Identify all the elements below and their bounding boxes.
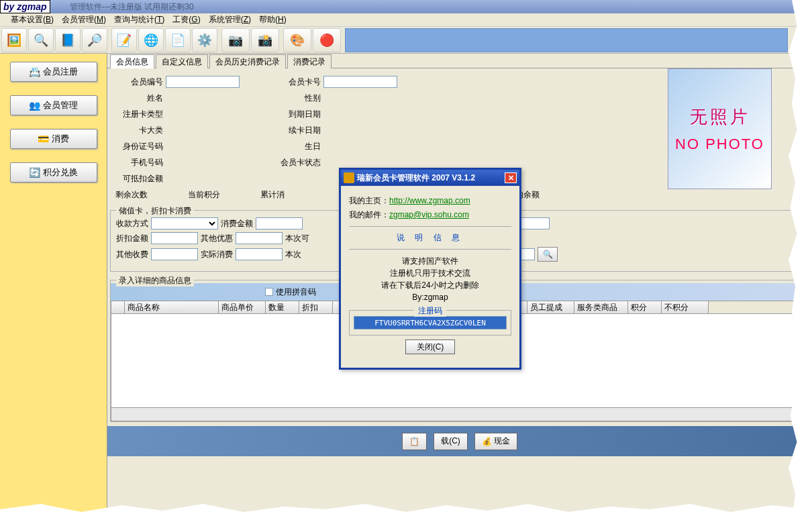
bbtn-load[interactable]: 载(C) <box>434 433 468 450</box>
menu-system[interactable]: 系统管理(Z) <box>209 14 251 25</box>
lbl-this: 本次 <box>285 249 301 260</box>
toolbar: 🖼️ 🔍 📘 🔎 📝 🌐 📄 ⚙️ 📷 📸 🎨 🔴 <box>0 27 812 54</box>
tool-1[interactable]: 🖼️ <box>1 28 27 52</box>
watermark-badge: by zgmap <box>0 0 50 13</box>
regcode-group: 注册码 <box>349 310 511 335</box>
lbl-remain: 剩余次数 <box>115 189 148 201</box>
sidebar-consume[interactable]: 💳消费 <box>10 129 97 149</box>
lbl-gender: 性别 <box>273 93 323 104</box>
info-header: 说 明 信 息 <box>349 232 511 244</box>
th-rowhead <box>111 301 125 313</box>
inp-other[interactable] <box>236 232 283 244</box>
tool-8[interactable]: ⚙️ <box>192 28 217 52</box>
sidebar-item-label: 会员注册 <box>43 66 78 78</box>
bottom-bar: 📋 载(C) 💰现金 <box>107 426 812 456</box>
bbtn-cash[interactable]: 💰现金 <box>474 433 517 450</box>
btn-search[interactable]: 🔍 <box>538 247 558 262</box>
menu-salary[interactable]: 工资(G) <box>172 14 200 25</box>
lbl-expire: 到期日期 <box>273 109 323 120</box>
lbl-homepage: 我的主页： <box>349 196 389 205</box>
dialog-close-x[interactable]: ✕ <box>505 172 517 183</box>
tab-consume-log[interactable]: 消费记录 <box>287 54 332 68</box>
chk-pinyin[interactable] <box>265 288 273 296</box>
users-icon: 👥 <box>29 100 40 111</box>
th-disc[interactable]: 折扣 <box>299 301 333 313</box>
lbl-cardstatus: 会员卡状态 <box>273 157 323 168</box>
divider <box>349 249 511 250</box>
tool-4[interactable]: 🔎 <box>82 28 107 52</box>
lbl-otherfee: 其他收费 <box>116 249 148 260</box>
menu-member[interactable]: 会员管理(M) <box>62 14 106 25</box>
sidebar: 📇会员注册 👥会员管理 💳消费 🔄积分兑换 <box>0 54 107 520</box>
th-nopoints[interactable]: 不积分 <box>662 301 709 313</box>
sidebar-item-label: 消费 <box>52 133 69 145</box>
lbl-member-no: 会员编号 <box>115 76 166 88</box>
th-points[interactable]: 积分 <box>628 301 662 313</box>
dialog-title: 瑞新会员卡管理软件 2007 V3.1.2 <box>357 172 475 184</box>
card-icon: 📇 <box>29 66 40 77</box>
lbl-paymethod: 收款方式 <box>116 218 148 229</box>
tool-12[interactable]: 🔴 <box>313 28 341 52</box>
tool-7[interactable]: 📄 <box>165 28 191 52</box>
lbl-discount: 折扣金额 <box>116 233 148 244</box>
msg-line3: 请在下载后24小时之内删除 <box>349 279 511 291</box>
th-qty[interactable]: 数量 <box>266 301 299 313</box>
toolbar-spacer <box>345 28 788 52</box>
regcode-input[interactable] <box>354 316 507 329</box>
lbl-email: 我的邮件： <box>349 210 389 219</box>
tab-custom-info[interactable]: 自定义信息 <box>156 54 208 68</box>
th-service[interactable]: 服务类商品 <box>574 301 628 313</box>
msg-line4: By:zgmap <box>349 291 511 303</box>
divider <box>349 226 511 227</box>
link-email[interactable]: zgmap@vip.sohu.com <box>389 210 469 219</box>
tool-9[interactable]: 📷 <box>221 28 250 52</box>
th-commission[interactable]: 员工提成 <box>527 301 574 313</box>
tool-6[interactable]: 🌐 <box>138 28 164 52</box>
inp-otherfee[interactable] <box>151 248 198 260</box>
exchange-icon: 🔄 <box>29 167 40 178</box>
window-titlebar: 管理软件---未注册版 试用期还剩30 <box>0 0 812 13</box>
tabs: 会员信息 自定义信息 会员历史消费记录 消费记录 <box>107 54 812 68</box>
tool-5[interactable]: 📝 <box>111 28 137 52</box>
inp-discount[interactable] <box>151 232 198 244</box>
lbl-amount: 消费金额 <box>221 218 253 229</box>
tool-3[interactable]: 📘 <box>55 28 81 52</box>
table-footer <box>111 408 809 421</box>
sidebar-register[interactable]: 📇会员注册 <box>10 62 97 82</box>
lbl-phone: 手机号码 <box>115 157 166 168</box>
menu-basic[interactable]: 基本设置(B) <box>11 14 54 25</box>
msg-line2: 注册机只用于技术交流 <box>349 267 511 279</box>
dialog-icon <box>344 172 354 183</box>
dialog-close-button[interactable]: 关闭(C) <box>405 340 455 354</box>
regcode-legend: 注册码 <box>414 305 446 317</box>
inp-member-no[interactable] <box>166 76 240 88</box>
tool-10[interactable]: 📸 <box>251 28 279 52</box>
no-photo-cn: 无照片 <box>690 105 750 129</box>
dialog-titlebar[interactable]: 瑞新会员卡管理软件 2007 V3.1.2 ✕ <box>341 170 519 186</box>
inp-cardno[interactable] <box>323 76 397 88</box>
sel-paymethod[interactable] <box>151 217 218 229</box>
inp-actual[interactable] <box>236 248 283 260</box>
sidebar-manage[interactable]: 👥会员管理 <box>10 95 97 115</box>
group-consume-legend: 储值卡，折扣卡消费 <box>116 205 194 217</box>
link-homepage[interactable]: http://www.zgmap.com <box>389 196 470 205</box>
msg-line1: 请支持国产软件 <box>349 255 511 267</box>
menu-help[interactable]: 帮助(H) <box>259 14 287 25</box>
tool-2[interactable]: 🔍 <box>28 28 54 52</box>
title-text: 管理软件---未注册版 试用期还剩30 <box>70 1 194 13</box>
lbl-cardtype: 注册卡类型 <box>115 109 166 120</box>
sidebar-points[interactable]: 🔄积分兑换 <box>10 162 97 183</box>
menu-query[interactable]: 查询与统计(T) <box>114 14 164 25</box>
menu-bar: 基本设置(B) 会员管理(M) 查询与统计(T) 工资(G) 系统管理(Z) 帮… <box>0 13 812 27</box>
tab-member-info[interactable]: 会员信息 <box>110 54 154 68</box>
inp-amount1[interactable] <box>256 217 303 229</box>
tool-11[interactable]: 🎨 <box>283 28 311 52</box>
group-detail-legend: 录入详细的商品信息 <box>116 275 194 287</box>
th-price[interactable]: 商品单价 <box>219 301 266 313</box>
th-name[interactable]: 商品名称 <box>125 301 219 313</box>
bbtn-1[interactable]: 📋 <box>402 433 427 450</box>
lbl-idno: 身份证号码 <box>115 141 166 152</box>
tab-history[interactable]: 会员历史消费记录 <box>209 54 286 68</box>
lbl-renew: 续卡日期 <box>273 125 323 136</box>
no-photo-en: NO PHOTO <box>675 136 764 153</box>
